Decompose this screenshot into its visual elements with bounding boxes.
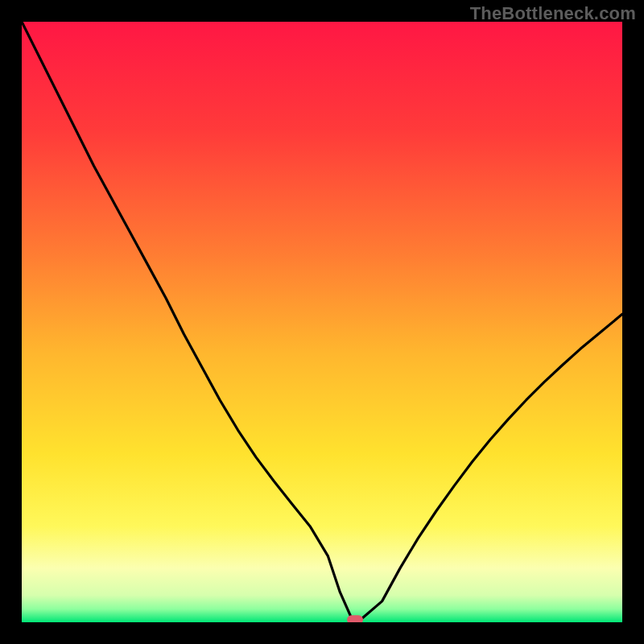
plot-area — [22, 22, 622, 622]
chart-svg — [22, 22, 622, 622]
chart-frame: TheBottleneck.com — [0, 0, 644, 644]
gradient-background — [22, 22, 622, 622]
optimum-marker — [347, 615, 363, 622]
watermark-text: TheBottleneck.com — [470, 3, 636, 24]
